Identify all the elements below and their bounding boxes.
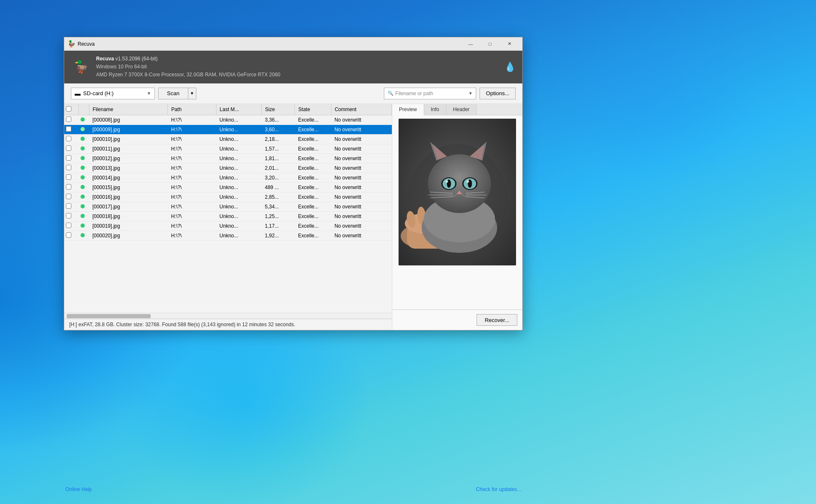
recover-button[interactable]: Recover... bbox=[477, 314, 517, 326]
row-lastmod: Unkno... bbox=[216, 134, 261, 144]
tab-info[interactable]: Info bbox=[424, 104, 446, 115]
row-comment: No overwritt bbox=[331, 182, 391, 192]
table-row[interactable]: [000017].jpg H:\?\ Unkno... 5,34... Exce… bbox=[64, 202, 392, 211]
row-checkbox[interactable] bbox=[66, 184, 71, 190]
table-row[interactable]: [000018].jpg H:\?\ Unkno... 1,25... Exce… bbox=[64, 211, 392, 221]
row-state: Excelle... bbox=[295, 173, 331, 182]
row-checkbox[interactable] bbox=[66, 145, 71, 151]
row-checkbox-cell[interactable] bbox=[64, 134, 79, 144]
row-checkbox-cell[interactable] bbox=[64, 231, 79, 240]
col-header-filename[interactable]: Filename bbox=[89, 104, 168, 115]
drive-label: SD-card (H:) bbox=[83, 90, 114, 96]
col-header-state[interactable]: State bbox=[295, 104, 331, 115]
table-row[interactable]: [000016].jpg H:\?\ Unkno... 2,85... Exce… bbox=[64, 192, 392, 202]
hscroll-thumb[interactable] bbox=[67, 314, 151, 318]
row-checkbox-cell[interactable] bbox=[64, 153, 79, 163]
row-checkbox-cell[interactable] bbox=[64, 125, 79, 134]
state-dot bbox=[81, 117, 85, 122]
search-dropdown-arrow[interactable]: ▼ bbox=[468, 91, 472, 96]
row-comment: No overwritt bbox=[331, 144, 391, 153]
row-lastmod: Unkno... bbox=[216, 144, 261, 153]
table-row[interactable]: [000013].jpg H:\?\ Unkno... 2,01... Exce… bbox=[64, 163, 392, 173]
row-checkbox[interactable] bbox=[66, 203, 71, 209]
tab-header[interactable]: Header bbox=[446, 104, 477, 115]
row-comment: No overwritt bbox=[331, 134, 391, 144]
table-row[interactable]: [000010].jpg H:\?\ Unkno... 2,18... Exce… bbox=[64, 134, 392, 144]
row-comment: No overwritt bbox=[331, 173, 391, 182]
col-header-lastmod[interactable]: Last M... bbox=[216, 104, 261, 115]
row-checkbox[interactable] bbox=[66, 194, 71, 199]
file-list-area: Filename Path Last M... Size State Comme… bbox=[64, 104, 392, 330]
col-header-path[interactable]: Path bbox=[168, 104, 216, 115]
close-button[interactable]: ✕ bbox=[500, 37, 519, 51]
search-box[interactable]: 🔍 Filename or path ▼ bbox=[384, 88, 476, 99]
table-row[interactable]: [000014].jpg H:\?\ Unkno... 3,20... Exce… bbox=[64, 173, 392, 182]
online-help-link[interactable]: Online Help bbox=[65, 486, 92, 492]
row-filename: [000020].jpg bbox=[89, 231, 168, 240]
files-table: Filename Path Last M... Size State Comme… bbox=[64, 104, 392, 241]
row-checkbox-cell[interactable] bbox=[64, 202, 79, 211]
row-state-dot-cell bbox=[79, 221, 89, 231]
row-checkbox-cell[interactable] bbox=[64, 163, 79, 173]
file-table[interactable]: Filename Path Last M... Size State Comme… bbox=[64, 104, 392, 313]
col-header-size[interactable]: Size bbox=[261, 104, 295, 115]
drive-select[interactable]: ▬ SD-card (H:) ▼ bbox=[71, 88, 155, 99]
row-lastmod: Unkno... bbox=[216, 182, 261, 192]
row-state-dot-cell bbox=[79, 153, 89, 163]
row-path: H:\?\ bbox=[168, 163, 216, 173]
row-checkbox-cell[interactable] bbox=[64, 221, 79, 231]
table-row[interactable]: [000015].jpg H:\?\ Unkno... 489 ... Exce… bbox=[64, 182, 392, 192]
row-checkbox-cell[interactable] bbox=[64, 115, 79, 125]
table-row[interactable]: [000012].jpg H:\?\ Unkno... 1,81... Exce… bbox=[64, 153, 392, 163]
row-path: H:\?\ bbox=[168, 192, 216, 202]
row-state-dot-cell bbox=[79, 134, 89, 144]
row-checkbox[interactable] bbox=[66, 213, 71, 218]
table-row[interactable]: [000020].jpg H:\?\ Unkno... 1,92... Exce… bbox=[64, 231, 392, 240]
row-checkbox-cell[interactable] bbox=[64, 192, 79, 202]
row-checkbox-cell[interactable] bbox=[64, 144, 79, 153]
col-header-comment[interactable]: Comment bbox=[331, 104, 391, 115]
row-filename: [000017].jpg bbox=[89, 202, 168, 211]
row-path: H:\?\ bbox=[168, 173, 216, 182]
row-checkbox[interactable] bbox=[66, 232, 71, 238]
table-row[interactable]: [000019].jpg H:\?\ Unkno... 1,17... Exce… bbox=[64, 221, 392, 231]
col-header-checkbox[interactable] bbox=[64, 104, 79, 115]
state-dot bbox=[81, 175, 85, 179]
table-row[interactable]: [000009].jpg H:\?\ Unkno... 3,60... Exce… bbox=[64, 125, 392, 134]
scan-dropdown-button[interactable]: ▼ bbox=[188, 88, 196, 99]
row-path: H:\?\ bbox=[168, 115, 216, 125]
row-checkbox[interactable] bbox=[66, 174, 71, 180]
row-path: H:\?\ bbox=[168, 153, 216, 163]
os-info-text: Windows 10 Pro 64-bit bbox=[96, 63, 499, 71]
check-updates-link[interactable]: Check for updates... bbox=[476, 486, 521, 492]
row-lastmod: Unkno... bbox=[216, 125, 261, 134]
select-all-checkbox[interactable] bbox=[66, 106, 71, 112]
options-button[interactable]: Options... bbox=[480, 88, 516, 99]
row-checkbox-cell[interactable] bbox=[64, 211, 79, 221]
row-checkbox[interactable] bbox=[66, 165, 71, 170]
row-state-dot-cell bbox=[79, 163, 89, 173]
row-checkbox[interactable] bbox=[66, 223, 71, 228]
footer: Online Help Check for updates... bbox=[64, 486, 523, 492]
maximize-button[interactable]: □ bbox=[480, 37, 500, 51]
row-checkbox[interactable] bbox=[66, 155, 71, 161]
row-lastmod: Unkno... bbox=[216, 221, 261, 231]
row-checkbox-cell[interactable] bbox=[64, 173, 79, 182]
row-size: 5,34... bbox=[261, 202, 295, 211]
tab-preview[interactable]: Preview bbox=[392, 104, 424, 115]
row-checkbox[interactable] bbox=[66, 126, 71, 132]
col-header-dot bbox=[79, 104, 89, 115]
row-checkbox[interactable] bbox=[66, 117, 71, 122]
window-title: Recuva bbox=[78, 41, 461, 47]
row-filename: [000019].jpg bbox=[89, 221, 168, 231]
minimize-button[interactable]: — bbox=[461, 37, 480, 51]
horizontal-scrollbar[interactable] bbox=[64, 313, 392, 319]
scan-button[interactable]: Scan bbox=[158, 88, 188, 99]
row-comment: No overwritt bbox=[331, 153, 391, 163]
row-checkbox-cell[interactable] bbox=[64, 182, 79, 192]
row-checkbox[interactable] bbox=[66, 136, 71, 141]
table-row[interactable]: [000008].jpg H:\?\ Unkno... 3,36... Exce… bbox=[64, 115, 392, 125]
table-row[interactable]: [000011].jpg H:\?\ Unkno... 1,57... Exce… bbox=[64, 144, 392, 153]
row-lastmod: Unkno... bbox=[216, 231, 261, 240]
row-state-dot-cell bbox=[79, 231, 89, 240]
